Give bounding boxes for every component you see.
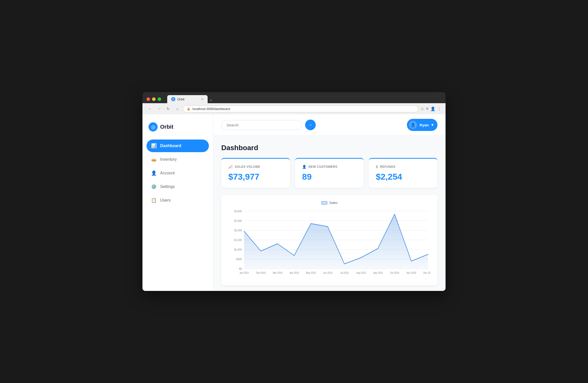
settings-icon: ⚙️ <box>151 184 157 189</box>
svg-text:$2,000: $2,000 <box>234 229 242 232</box>
new-customers-label: NEW CUSTOMERS <box>309 165 337 169</box>
avatar: 👤 <box>409 121 417 129</box>
main-content: → 👤 Ryan ▾ Dashboard <box>213 114 446 291</box>
dashboard-icon: 📊 <box>151 143 157 149</box>
refresh-button[interactable]: ↻ <box>165 105 172 112</box>
page-title: Dashboard <box>221 144 437 152</box>
svg-text:$0: $0 <box>239 267 242 270</box>
forward-button[interactable]: → <box>156 105 163 112</box>
stat-card-customers: 👤 NEW CUSTOMERS 89 <box>295 158 364 188</box>
sidebar-item-users[interactable]: 📋 Users <box>146 194 209 207</box>
logo-text: Orbit <box>160 124 174 130</box>
avatar-icon: 👤 <box>410 123 415 127</box>
sales-chart: $3,000 $2,500 $2,000 $1,500 $1,000 $500 … <box>228 209 430 279</box>
search-arrow-icon: → <box>308 123 312 127</box>
svg-text:Mar 2019: Mar 2019 <box>273 271 282 274</box>
svg-marker-14 <box>244 214 428 269</box>
close-button[interactable] <box>146 97 150 101</box>
svg-text:$3,000: $3,000 <box>234 210 242 213</box>
account-icon: 👤 <box>151 170 157 176</box>
chart-container: $3,000 $2,500 $2,000 $1,500 $1,000 $500 … <box>228 209 430 279</box>
active-tab[interactable]: O Orbit ✕ <box>167 95 208 103</box>
search-container: → <box>221 120 316 130</box>
maximize-button[interactable] <box>158 97 161 101</box>
app-header: → 👤 Ryan ▾ <box>213 114 446 136</box>
home-button[interactable]: ⌂ <box>174 105 181 112</box>
traffic-lights <box>146 97 161 101</box>
svg-text:Dec 2019: Dec 2019 <box>423 271 430 274</box>
sales-volume-value: $73,977 <box>228 172 283 182</box>
tab-list-icon[interactable]: ≡ <box>426 106 428 111</box>
sales-volume-icon: 📈 <box>228 165 233 169</box>
new-customers-value: 89 <box>302 172 357 182</box>
tab-title: Orbit <box>177 97 184 101</box>
refunds-icon: $ <box>376 165 378 169</box>
sidebar-item-settings[interactable]: ⚙️ Settings <box>146 180 209 193</box>
sidebar-label-account: Account <box>160 171 175 175</box>
chart-card: Sales <box>221 195 437 285</box>
profile-icon[interactable]: 👤 <box>430 106 435 111</box>
tab-favicon: O <box>171 97 175 101</box>
sidebar-label-dashboard: Dashboard <box>160 144 181 148</box>
svg-text:$1,500: $1,500 <box>234 238 242 241</box>
user-name: Ryan <box>420 123 429 127</box>
legend-label: Sales <box>329 201 338 205</box>
address-text: localhost:3000/dashboard <box>192 107 230 111</box>
svg-text:$500: $500 <box>236 258 242 261</box>
back-button[interactable]: ← <box>146 105 154 112</box>
sales-volume-label: SALES VOLUME <box>235 165 260 169</box>
users-icon: 📋 <box>151 198 157 203</box>
sidebar: ◎ Orbit 📊 Dashboard 🥧 Inventory 👤 Accoun… <box>142 114 213 291</box>
stat-label-sales: 📈 SALES VOLUME <box>228 165 283 169</box>
svg-text:$2,500: $2,500 <box>234 219 242 222</box>
svg-text:Nov 2019: Nov 2019 <box>406 271 416 274</box>
legend-swatch <box>321 201 327 205</box>
chart-legend: Sales <box>228 201 430 205</box>
inventory-icon: 🥧 <box>151 157 157 162</box>
svg-text:Apr 2019: Apr 2019 <box>290 271 299 274</box>
svg-text:Jun 2019: Jun 2019 <box>323 271 332 274</box>
logo: ◎ Orbit <box>146 120 209 140</box>
new-customers-icon: 👤 <box>302 165 307 169</box>
search-input[interactable] <box>221 120 302 130</box>
bookmark-icon[interactable]: ☆ <box>421 106 424 111</box>
new-tab-button[interactable]: + <box>210 98 212 103</box>
refunds-value: $2,254 <box>376 172 430 182</box>
svg-text:Sep 2019: Sep 2019 <box>373 271 383 274</box>
logo-icon: ◎ <box>149 122 158 131</box>
sidebar-label-users: Users <box>160 198 171 203</box>
stat-label-refunds: $ REFUNDS <box>376 165 430 169</box>
svg-text:Jul 2019: Jul 2019 <box>340 271 349 274</box>
tab-close-button[interactable]: ✕ <box>201 97 204 101</box>
svg-text:$1,000: $1,000 <box>234 248 242 251</box>
dashboard-body: Dashboard 📈 SALES VOLUME $73,977 👤 NEW <box>213 136 446 291</box>
stat-label-customers: 👤 NEW CUSTOMERS <box>302 165 357 169</box>
svg-text:Aug 2019: Aug 2019 <box>356 271 366 274</box>
refunds-label: REFUNDS <box>380 165 396 169</box>
address-bar[interactable]: 🔒 localhost:3000/dashboard <box>183 105 419 112</box>
search-button[interactable]: → <box>305 120 316 130</box>
svg-text:Oct 2019: Oct 2019 <box>390 271 399 274</box>
menu-icon[interactable]: ⋮ <box>437 106 442 111</box>
sidebar-item-dashboard[interactable]: 📊 Dashboard <box>146 140 209 152</box>
stat-card-sales: 📈 SALES VOLUME $73,977 <box>221 158 290 188</box>
svg-text:Feb 2019: Feb 2019 <box>256 271 266 274</box>
sidebar-label-settings: Settings <box>160 184 175 189</box>
sidebar-item-account[interactable]: 👤 Account <box>146 167 209 179</box>
svg-text:Jan 2019: Jan 2019 <box>239 271 249 274</box>
sidebar-item-inventory[interactable]: 🥧 Inventory <box>146 153 209 166</box>
lock-icon: 🔒 <box>187 107 190 111</box>
svg-text:May 2019: May 2019 <box>306 271 316 274</box>
stat-card-refunds: $ REFUNDS $2,254 <box>369 158 437 188</box>
sidebar-label-inventory: Inventory <box>160 157 177 162</box>
stat-cards: 📈 SALES VOLUME $73,977 👤 NEW CUSTOMERS 8… <box>221 158 437 188</box>
minimize-button[interactable] <box>152 97 156 101</box>
dropdown-chevron-icon: ▾ <box>431 123 433 127</box>
user-menu[interactable]: 👤 Ryan ▾ <box>407 119 437 131</box>
